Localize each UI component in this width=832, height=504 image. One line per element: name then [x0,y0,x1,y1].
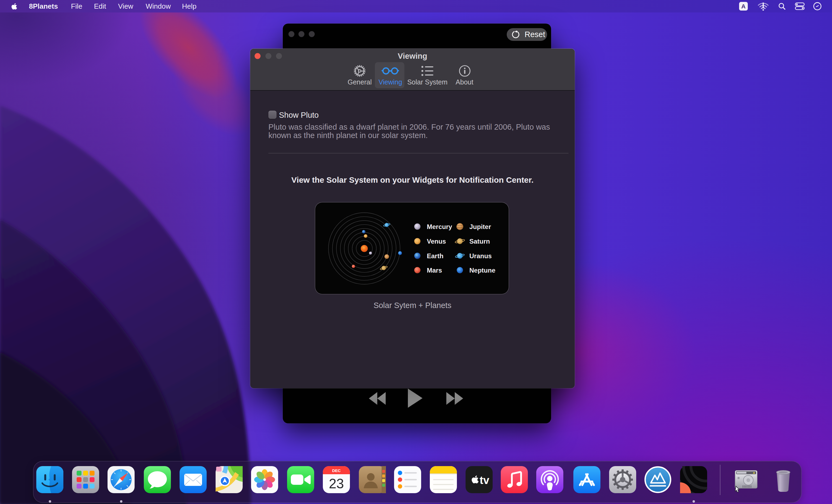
svg-text:Jupiter: Jupiter [469,223,491,230]
svg-text:23: 23 [329,476,344,491]
svg-text:Saturn: Saturn [469,238,490,245]
svg-text:tv: tv [479,474,489,486]
svg-text:Uranus: Uranus [469,252,492,260]
svg-text:Earth: Earth [427,252,443,260]
svg-text:DEC: DEC [332,468,341,473]
svg-text:Venus: Venus [427,238,446,245]
svg-text:A: A [741,3,746,10]
svg-text:Mercury: Mercury [427,223,452,230]
svg-text:Mars: Mars [427,267,442,274]
svg-text:Neptune: Neptune [469,267,495,274]
